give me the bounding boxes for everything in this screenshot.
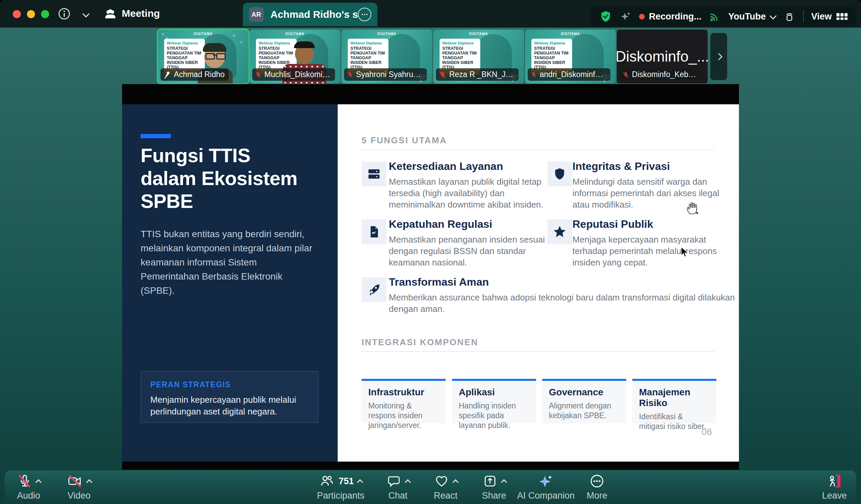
- tab-meeting[interactable]: Meeting: [122, 8, 160, 19]
- participant-tile[interactable]: DIGITAMA Webinar Digitama STRATEGI PENGU…: [433, 30, 524, 83]
- leave-button[interactable]: Leave: [809, 473, 860, 501]
- chevron-up-icon[interactable]: [35, 479, 41, 485]
- strategic-role-text: Menjamin kepercayaan publik melalui perl…: [150, 394, 309, 418]
- participant-tile[interactable]: DIGITAMA Webinar Digitama STRATEGI PENGU…: [341, 30, 432, 83]
- heart-icon: [434, 473, 449, 489]
- mic-muted-icon: [622, 71, 629, 79]
- maximize-window-button[interactable]: [41, 10, 49, 18]
- slide-left-panel: Fungsi TTIS dalam Ekosistem SPBE TTIS bu…: [122, 104, 338, 462]
- function-desc: Memastikan layanan publik digital tetap …: [389, 176, 550, 210]
- chevron-up-icon[interactable]: [405, 479, 411, 485]
- function-title: Kepatuhan Regulasi: [389, 218, 550, 230]
- close-window-button[interactable]: [13, 10, 21, 18]
- view-button[interactable]: View: [811, 11, 848, 22]
- chat-icon: [386, 473, 401, 489]
- youtube-stream-button[interactable]: YouTube: [728, 11, 775, 22]
- recording-label: Recording...: [649, 11, 701, 22]
- security-shield-icon[interactable]: [599, 10, 612, 23]
- zoom-meeting-window: Meeting AR Achmad Ridho's screen Recordi…: [0, 0, 861, 504]
- participant-tile[interactable]: Diskominfo_... Diskominfo_Kebumen: [617, 30, 708, 83]
- component-card: Governance Alignment dengan kebijakan SP…: [542, 379, 626, 423]
- tab-options-icon[interactable]: [358, 8, 371, 21]
- card-desc: Handling insiden spesifik pada layanan p…: [459, 401, 529, 430]
- chevron-down-icon: [769, 12, 777, 19]
- leave-icon: [827, 473, 842, 489]
- shared-screen-region: Fungsi TTIS dalam Ekosistem SPBE TTIS bu…: [122, 84, 739, 470]
- top-bar: Meeting AR Achmad Ridho's screen Recordi…: [0, 0, 861, 28]
- ai-companion-label: AI Companion: [517, 491, 574, 501]
- participant-name-tag: Achmad Ridho: [161, 68, 229, 81]
- participants-count: 751: [339, 476, 354, 487]
- chat-label: Chat: [388, 491, 407, 501]
- document-icon: [361, 219, 386, 244]
- ai-companion-icon: [538, 473, 554, 489]
- more-icon: [589, 473, 605, 489]
- view-grid-icon: [836, 13, 848, 20]
- participant-name-tag: Diskominfo_Kebumen: [619, 68, 702, 81]
- more-label: More: [587, 491, 607, 501]
- function-desc: Memberikan assurance bahwa adopsi teknol…: [389, 292, 739, 315]
- chevron-up-icon[interactable]: [501, 479, 507, 485]
- filmstrip-next-button[interactable]: [710, 33, 727, 80]
- function-item: Reputasi Publik Menjaga kepercayaan masy…: [572, 218, 721, 268]
- react-label: React: [434, 491, 458, 501]
- function-title: Transformasi Aman: [389, 276, 739, 288]
- audio-button[interactable]: Audio: [3, 473, 54, 501]
- chat-button[interactable]: Chat: [373, 473, 423, 501]
- component-card: Infrastruktur Monitoring & respons insid…: [361, 379, 446, 423]
- participant-tile[interactable]: DIGITAMA Webinar Digitama STRATEGI PENGU…: [249, 30, 340, 83]
- card-desc: Alignment dengan kebijakan SPBE.: [549, 401, 619, 421]
- star-icon: [547, 219, 572, 244]
- chevron-up-icon[interactable]: [357, 479, 363, 485]
- slide-page-number: 06: [701, 427, 712, 437]
- card-title: Manajemen Risiko: [639, 387, 710, 408]
- chevron-up-icon[interactable]: [452, 479, 459, 485]
- tab-shared-screen[interactable]: AR Achmad Ridho's screen: [243, 3, 377, 26]
- mic-muted-icon: [17, 473, 32, 489]
- participant-name-tag: Muchlis_Diskominfo_...: [252, 68, 335, 81]
- chevron-right-icon: [715, 53, 722, 60]
- chevron-down-icon[interactable]: [82, 11, 90, 17]
- component-card: Aplikasi Handling insiden spesifik pada …: [452, 379, 536, 423]
- accent-bar: [140, 134, 171, 138]
- share-label: Share: [482, 491, 506, 501]
- participants-button[interactable]: 751 Participants: [309, 473, 373, 501]
- divider: [361, 149, 715, 150]
- share-screen-icon: [482, 473, 498, 489]
- leave-label: Leave: [822, 491, 847, 501]
- youtube-label: YouTube: [728, 11, 765, 22]
- audio-device-icon[interactable]: [783, 10, 796, 23]
- card-title: Infrastruktur: [368, 387, 439, 398]
- participant-name: Achmad Ridho: [174, 70, 225, 79]
- chevron-up-icon[interactable]: [86, 479, 92, 485]
- function-title: Ketersediaan Layanan: [389, 160, 550, 173]
- info-icon[interactable]: [58, 8, 71, 20]
- audio-label: Audio: [17, 491, 40, 501]
- slide-intro-text: TTIS bukan entitas yang berdiri sendiri,…: [140, 227, 314, 298]
- ai-sparkle-icon[interactable]: [619, 11, 632, 23]
- participant-tile[interactable]: DIGITAMA Webinar Digitama STRATEGI PENGU…: [525, 30, 616, 83]
- function-desc: Memastikan penanganan insiden sesuai den…: [389, 234, 550, 268]
- minimize-window-button[interactable]: [27, 10, 35, 18]
- participant-tile[interactable]: DIGITAMA Webinar Digitama STRATEGI PENGU…: [158, 30, 248, 83]
- video-button[interactable]: Video: [54, 473, 104, 501]
- function-title: Integritas & Privasi: [572, 160, 721, 173]
- mic-muted-icon: [255, 71, 262, 79]
- recording-dot-icon: [639, 14, 645, 19]
- more-button[interactable]: More: [572, 473, 622, 501]
- share-button[interactable]: Share: [469, 473, 519, 501]
- slide-right-panel: 5 FUNGSI UTAMA Ketersediaan Layanan Mema…: [338, 104, 739, 462]
- react-button[interactable]: React: [420, 473, 471, 501]
- card-desc: Identifikasi & mitigasi risiko siber.: [639, 412, 710, 431]
- participant-name: Reza R _BKN_JKT: [449, 70, 515, 79]
- recording-indicator[interactable]: Recording...: [639, 11, 701, 22]
- function-item: Kepatuhan Regulasi Memastikan penanganan…: [389, 218, 550, 268]
- slide-title: Fungsi TTIS dalam Ekosistem SPBE: [140, 144, 297, 213]
- function-title: Reputasi Publik: [572, 218, 721, 230]
- participant-name-tag: Syahroni Syahruddin_...: [344, 68, 427, 81]
- ai-companion-button[interactable]: AI Companion: [521, 473, 571, 501]
- mic-muted-icon: [347, 71, 353, 79]
- participants-icon: [319, 473, 334, 489]
- avatar: AR: [249, 7, 264, 22]
- participant-name-tag: andri_Diskominfo_Kot...: [528, 68, 611, 81]
